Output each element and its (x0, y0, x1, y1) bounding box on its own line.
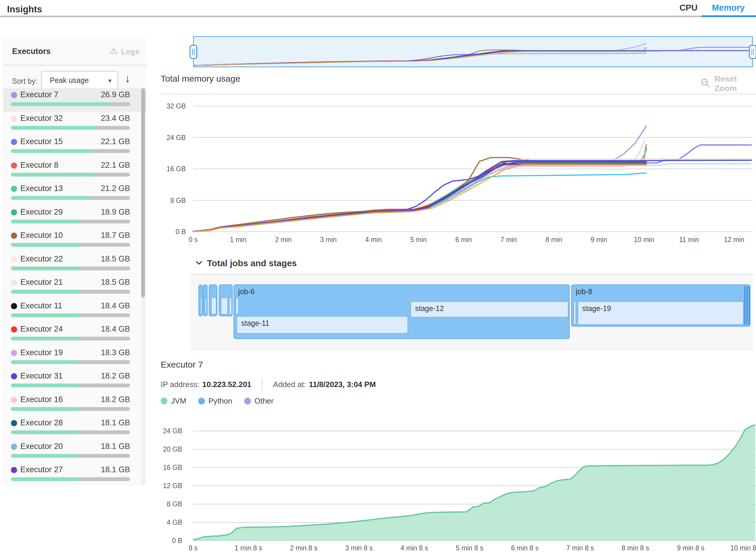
x-tick-label: 5 min (410, 236, 427, 244)
sidebar-scrollbar-thumb[interactable] (141, 88, 145, 298)
executor-list-item[interactable]: Executor 3223.4 GB (3, 112, 147, 135)
executor-color-dot (11, 139, 17, 145)
legend-item-other[interactable]: Other (244, 396, 274, 406)
chevron-down-icon: ▼ (107, 78, 112, 84)
tab-memory[interactable]: Memory (705, 3, 752, 13)
insights-page: Insights CPU Memory Executors Logs Sort … (0, 0, 756, 553)
executor-peak-value: 18.4 GB (101, 301, 130, 310)
executor-list-item[interactable]: Executor 2118.5 GB (3, 275, 147, 299)
jobs-section-toggle[interactable]: Total jobs and stages (195, 258, 297, 268)
job-bar[interactable] (209, 285, 217, 316)
executor-list-item[interactable]: Executor 2818.1 GB (3, 416, 147, 440)
executor-usage-bar (11, 477, 130, 481)
legend-item-python[interactable]: Python (198, 396, 232, 406)
executor-list-item[interactable]: Executor 2418.4 GB (3, 322, 147, 346)
executor-peak-value: 18.1 GB (101, 418, 130, 427)
tab-cpu[interactable]: CPU (678, 3, 699, 13)
executor-usage-bar-fill (11, 290, 80, 294)
x-tick-label: 8 min (545, 236, 562, 244)
reset-zoom-button[interactable]: Reset Zoom (700, 74, 756, 93)
brush-handle-right[interactable] (749, 45, 756, 59)
executor-peak-value: 18.3 GB (101, 348, 130, 357)
executor-peak-value: 22.1 GB (101, 137, 130, 146)
brush-handle-left[interactable] (190, 45, 197, 59)
stage-bar[interactable] (229, 298, 232, 315)
sort-by-label: Sort by: (12, 77, 37, 85)
y-tick-label: 12 GB (156, 482, 182, 490)
overview-brush[interactable] (193, 36, 753, 67)
job-stripe (744, 286, 745, 325)
executor-peak-value: 18.9 GB (101, 208, 130, 217)
series-executor-24 (193, 162, 646, 231)
series-executor-7 (193, 126, 646, 231)
x-tick-label: 10 min 8 s (730, 544, 756, 552)
executor-meta: IP address: 10.223.52.201 Added at: 11/8… (161, 378, 376, 391)
executor-list-item[interactable]: Executor 2018.1 GB (3, 440, 147, 463)
job-bar[interactable] (219, 285, 233, 316)
legend-label: Other (254, 396, 274, 406)
sort-direction-button[interactable]: ↓ (125, 72, 130, 85)
stage-bar[interactable] (574, 301, 576, 325)
executor-list-item[interactable]: Executor 2918.9 GB (3, 206, 147, 229)
job-label: job-6 (238, 288, 255, 296)
job-bar-job-6[interactable]: job-6stage-12stage-11 (233, 285, 570, 339)
executor-list-item[interactable]: Executor 2218.5 GB (3, 252, 147, 276)
executor-usage-bar-fill (11, 196, 90, 200)
stage-bar[interactable] (205, 298, 207, 315)
stage-bar-stage-11[interactable]: stage-11 (236, 316, 408, 334)
executor-usage-bar (11, 337, 130, 340)
executor-memory-area-chart[interactable] (193, 421, 756, 542)
stage-bar[interactable] (200, 298, 202, 315)
meta-divider (262, 378, 262, 391)
x-tick-label: 10 min (634, 236, 654, 244)
stage-bar[interactable] (211, 298, 216, 315)
job-bar-job-8[interactable]: job-8stage-19 (571, 285, 750, 327)
executor-color-dot (11, 326, 17, 332)
executor-usage-bar-fill (11, 173, 93, 176)
chevron-down-icon (195, 258, 204, 268)
executors-title: Executors (12, 47, 51, 56)
brush-series (194, 46, 645, 65)
executor-list-item[interactable]: Executor 1918.3 GB (3, 346, 147, 370)
total-memory-line-chart[interactable] (193, 97, 753, 236)
logs-button[interactable]: Logs (109, 46, 140, 57)
executor-list-item[interactable]: Executor 2718.1 GB (3, 463, 147, 485)
executor-usage-bar (11, 173, 130, 176)
executor-color-dot (11, 350, 17, 356)
x-tick-label: 5 min 8 s (456, 544, 483, 552)
executor-name: Executor 13 (20, 184, 63, 193)
job-bar[interactable] (199, 285, 203, 316)
stage-bar-stage-12[interactable]: stage-12 (410, 301, 569, 317)
executor-detail-title: Executor 7 (161, 360, 203, 370)
stage-bar-stage-19[interactable]: stage-19 (578, 301, 744, 325)
job-bar[interactable] (203, 285, 208, 316)
executor-list-item[interactable]: Executor 1618.2 GB (3, 393, 147, 416)
executor-name: Executor 15 (20, 137, 63, 146)
stage-label: stage-12 (415, 304, 444, 313)
zoom-out-icon (700, 78, 710, 90)
stage-bar[interactable] (236, 298, 239, 315)
memory-type-legend: JVMPythonOther (161, 396, 274, 406)
executor-name: Executor 28 (20, 418, 63, 427)
executor-list-item[interactable]: Executor 1118.4 GB (3, 299, 147, 323)
executor-list-item[interactable]: Executor 1321.2 GB (3, 182, 147, 206)
executor-usage-bar (11, 266, 130, 270)
executor-name: Executor 24 (20, 325, 63, 334)
executor-usage-bar-fill (11, 149, 93, 153)
y-tick-label: 4 GB (156, 519, 182, 527)
executor-color-dot (11, 444, 17, 450)
legend-item-jvm[interactable]: JVM (161, 396, 186, 406)
executor-list-item[interactable]: Executor 726.9 GB (3, 88, 147, 112)
executor-list-item[interactable]: Executor 1522.1 GB (3, 135, 147, 159)
memory-chart-title: Total memory usage (161, 74, 240, 84)
executor-list-item[interactable]: Executor 1018.7 GB (3, 229, 147, 252)
legend-label: JVM (171, 396, 186, 406)
executor-list: Executor 726.9 GBExecutor 3223.4 GBExecu… (3, 88, 147, 485)
sort-select[interactable]: Peak usage ▼ (41, 71, 118, 90)
executor-list-item[interactable]: Executor 822.1 GB (3, 159, 147, 182)
x-tick-label: 6 min (455, 236, 472, 244)
brush-series (194, 50, 646, 65)
executor-list-item[interactable]: Executor 3118.2 GB (3, 369, 147, 393)
executors-panel-header: Executors Logs (3, 37, 147, 65)
stage-bar[interactable] (221, 298, 228, 315)
